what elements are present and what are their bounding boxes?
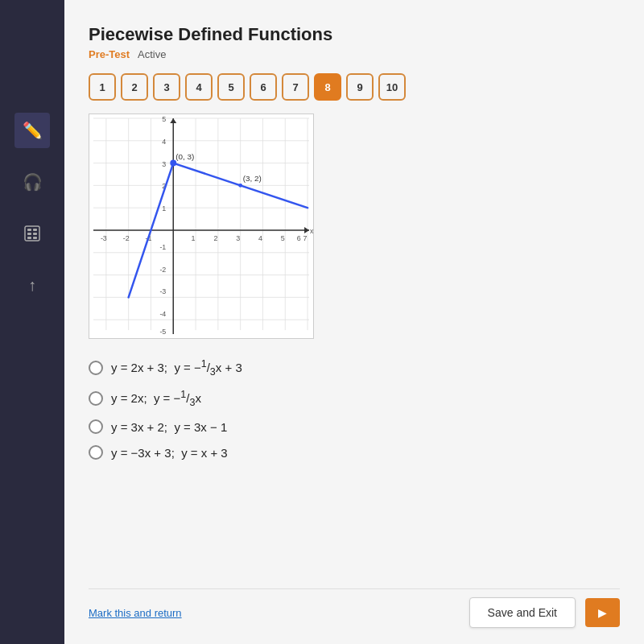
svg-text:3: 3 <box>162 160 166 168</box>
svg-text:7: 7 <box>303 234 308 242</box>
answer-text-b: y = 2x; y = −1/3x <box>111 389 201 408</box>
answer-text-a: y = 2x + 3; y = −1/3x + 3 <box>111 358 242 378</box>
answer-option-b[interactable]: y = 2x; y = −1/3x <box>89 389 620 408</box>
tab-btn-4[interactable]: 4 <box>185 73 213 101</box>
svg-text:2: 2 <box>213 234 217 242</box>
svg-rect-4 <box>33 233 37 235</box>
svg-text:4: 4 <box>162 138 166 146</box>
svg-text:-5: -5 <box>159 328 166 336</box>
bottom-bar: Mark this and return Save and Exit ▶ <box>89 588 620 628</box>
main-content: Piecewise Defined Functions Pre-Test Act… <box>64 0 644 644</box>
sidebar: ✏️ 🎧 ↑ <box>0 0 64 644</box>
svg-text:(3, 2): (3, 2) <box>243 174 262 183</box>
mark-return-link[interactable]: Mark this and return <box>89 607 182 619</box>
svg-text:-3: -3 <box>101 234 107 242</box>
pencil-icon[interactable]: ✏️ <box>14 113 50 148</box>
answer-option-d[interactable]: y = −3x + 3; y = x + 3 <box>89 445 620 460</box>
svg-text:4: 4 <box>258 234 262 242</box>
tab-btn-9[interactable]: 9 <box>346 73 374 101</box>
radio-c[interactable] <box>89 419 103 434</box>
tab-btn-6[interactable]: 6 <box>250 73 277 101</box>
tab-btn-5[interactable]: 5 <box>217 73 245 101</box>
svg-text:1: 1 <box>192 234 196 242</box>
svg-point-54 <box>170 160 176 167</box>
next-button[interactable]: ▶ <box>585 598 620 627</box>
svg-marker-30 <box>170 118 176 123</box>
tab-btn-2[interactable]: 2 <box>121 73 148 101</box>
svg-rect-6 <box>33 237 37 239</box>
question-tabs: 12345678910 <box>89 73 620 101</box>
graph-container: -3 -2 -1 1 2 3 4 5 6 7 x 5 4 3 2 1 -1 -2… <box>89 114 314 339</box>
tab-btn-1[interactable]: 1 <box>89 73 116 101</box>
svg-text:6: 6 <box>297 234 301 242</box>
status-label: Active <box>138 48 166 60</box>
answer-option-a[interactable]: y = 2x + 3; y = −1/3x + 3 <box>89 358 620 378</box>
tab-btn-7[interactable]: 7 <box>282 73 309 101</box>
answer-option-c[interactable]: y = 3x + 2; y = 3x − 1 <box>89 419 620 434</box>
pre-test-label: Pre-Test <box>89 48 130 60</box>
svg-rect-3 <box>27 233 31 235</box>
tab-btn-8[interactable]: 8 <box>314 73 341 101</box>
svg-text:3: 3 <box>236 234 240 242</box>
radio-b[interactable] <box>89 391 103 406</box>
radio-a[interactable] <box>89 361 103 375</box>
tab-btn-10[interactable]: 10 <box>378 73 406 101</box>
answer-text-d: y = −3x + 3; y = x + 3 <box>111 446 228 460</box>
svg-text:5: 5 <box>281 234 285 242</box>
headphones-icon[interactable]: 🎧 <box>14 164 50 200</box>
svg-rect-0 <box>25 226 39 241</box>
svg-text:-2: -2 <box>159 266 166 274</box>
page-title: Piecewise Defined Functions <box>89 24 620 45</box>
svg-rect-1 <box>27 229 31 231</box>
svg-text:-3: -3 <box>159 287 166 295</box>
svg-rect-2 <box>33 229 37 231</box>
svg-marker-29 <box>304 227 309 233</box>
svg-rect-5 <box>27 237 31 239</box>
svg-point-57 <box>238 184 242 188</box>
svg-text:-4: -4 <box>159 310 166 318</box>
svg-text:-1: -1 <box>159 243 166 251</box>
svg-text:(0, 3): (0, 3) <box>175 152 194 161</box>
svg-text:5: 5 <box>162 115 166 123</box>
subtitle-row: Pre-Test Active <box>89 48 620 60</box>
arrow-up-icon[interactable]: ↑ <box>14 267 50 303</box>
calculator-icon[interactable] <box>14 216 50 251</box>
svg-text:x: x <box>310 227 313 235</box>
tab-btn-3[interactable]: 3 <box>153 73 180 101</box>
answer-choices: y = 2x + 3; y = −1/3x + 3 y = 2x; y = −1… <box>89 358 620 460</box>
answer-text-c: y = 3x + 2; y = 3x − 1 <box>111 420 227 434</box>
svg-text:-2: -2 <box>123 234 130 242</box>
svg-text:1: 1 <box>162 204 166 213</box>
save-exit-button[interactable]: Save and Exit <box>469 597 576 628</box>
radio-d[interactable] <box>89 445 103 460</box>
